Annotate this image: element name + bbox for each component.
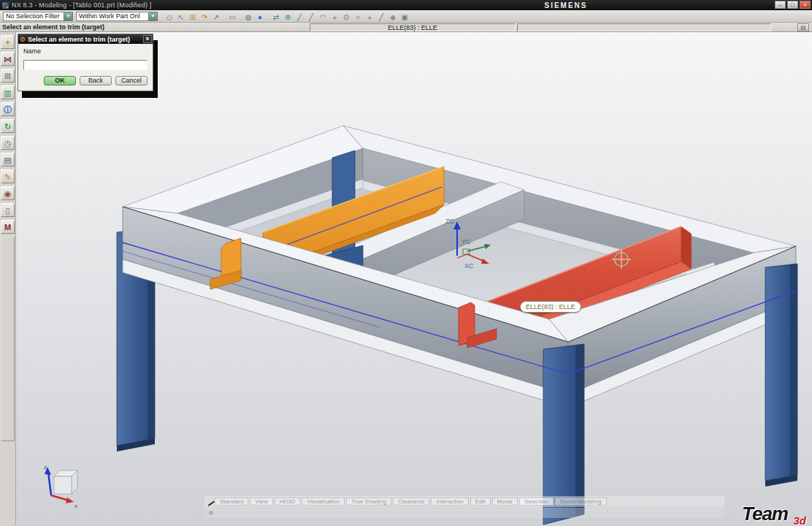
selection-filter-combo[interactable]: No Selection Filter ▼ <box>3 12 73 21</box>
orientation-triad[interactable]: z x <box>44 464 77 509</box>
scope-combo[interactable]: Within Work Part Onl ▼ <box>76 12 158 21</box>
triad-x-label: x <box>74 503 77 509</box>
model-canvas[interactable]: ZC YC XC z x <box>16 32 812 526</box>
note-page-icon[interactable]: ▯ <box>1 203 15 217</box>
cue-prompt: Select an element to trim (target) <box>2 23 104 31</box>
gear-icon: ⚙ <box>20 36 26 43</box>
arc-tool-icon[interactable]: ◠ <box>317 11 329 22</box>
team3d-watermark: Team 3d <box>742 503 808 526</box>
line2-tool-icon[interactable]: ╱ <box>305 11 317 22</box>
minimize-button[interactable]: – <box>775 1 786 9</box>
bottom-toolbar-overlay: Standard View HD3D Visualisation True Sh… <box>204 496 724 507</box>
bottom-segment-clearance[interactable]: Clearance <box>393 498 429 506</box>
chevron-down-icon[interactable]: ▼ <box>64 12 72 20</box>
siemens-logo: SIEMENS <box>504 1 628 9</box>
window-title: NX 8.3 - Modeling - [Tablo 001.prt (Modi… <box>12 1 151 9</box>
back-button[interactable]: Back <box>80 76 112 85</box>
bottom-segment-visualisation[interactable]: Visualisation <box>302 498 345 506</box>
line-tool-icon[interactable]: ╱ <box>294 11 305 22</box>
list-panel-icon[interactable]: ▤ <box>1 153 15 167</box>
trim-dialog[interactable]: ⚙ Select an element to trim (target) × N… <box>18 34 153 91</box>
selection-tooltip: ELLE(83) : ELLE <box>520 301 581 313</box>
sidebar-blank-panel <box>1 237 15 441</box>
bowtie-transition-icon[interactable]: ⋈ <box>1 52 15 66</box>
point-tool-icon[interactable]: ＋ <box>329 11 340 22</box>
dot-icon <box>209 511 213 515</box>
status-grid-icon[interactable]: ▤ <box>797 23 809 31</box>
triad-z-label: z <box>44 464 47 470</box>
leg-right-side <box>790 264 797 476</box>
nx-app-icon <box>2 2 9 9</box>
select-arrow-icon[interactable]: ↖ <box>175 11 187 22</box>
status-empty-field <box>517 23 771 31</box>
visibility-icon[interactable]: ◍ <box>242 11 254 22</box>
snap-point-icon[interactable]: ◇ <box>164 11 175 22</box>
blob-tool-icon[interactable]: ◆ <box>387 11 399 22</box>
bottom-segment-edit[interactable]: Edit <box>470 498 491 506</box>
status-selection-field: ELLE(83) : ELLE <box>310 23 516 31</box>
wcs-xc-label: XC <box>464 262 474 270</box>
slash-tool-icon[interactable]: ╱ <box>375 11 387 22</box>
circle-center-tool-icon[interactable]: ⊙ <box>340 11 352 22</box>
pencil-edit-icon[interactable]: ✎ <box>1 169 15 183</box>
library-books-icon[interactable]: ▥ <box>1 85 15 99</box>
dialog-grid-icon[interactable]: ⊞ <box>1 69 15 83</box>
dialog-title: Select an element to trim (target) <box>28 36 143 43</box>
info-sphere-icon[interactable]: ⓘ <box>1 102 15 116</box>
bottom-segment-selection[interactable]: Selection <box>519 498 554 506</box>
toolbar-icons: ◇ ↖ ⊞ ↷ ↗ ▭ ◍ ● ⇄ ⊕ ╱ ╱ ◠ ＋ ⊙ ○ ＋ ╱ ◆ ▣ <box>164 11 410 22</box>
bottom-segment-synch[interactable]: Synch Modeling <box>555 498 607 506</box>
history-clock-icon[interactable]: ◷ <box>1 136 15 150</box>
resource-sidebar: ✦ ⋈ ⊞ ▥ ⓘ ↻ ◷ ▤ ✎ ◉ ▯ M <box>0 32 16 526</box>
bottom-segment-interaction[interactable]: Interaction <box>431 498 468 506</box>
watermark-3d-text: 3d <box>793 514 806 526</box>
selection-filter-value: No Selection Filter <box>4 12 64 20</box>
bottom-segment-standard[interactable]: Standard <box>215 498 248 506</box>
name-label: Name <box>23 47 148 55</box>
profile-tool-icon[interactable]: ▣ <box>399 11 410 22</box>
reorient-icon[interactable]: ↷ <box>199 11 210 22</box>
bottom-segment-hd3d[interactable]: HD3D <box>275 498 301 506</box>
bottom-segment-movie[interactable]: Movie <box>492 498 518 506</box>
marquee-select-icon[interactable]: ▭ <box>226 11 238 22</box>
sync-refresh-icon[interactable]: ↻ <box>1 119 15 133</box>
close-button[interactable]: × <box>800 1 811 9</box>
bottom-segment-view[interactable]: View <box>250 498 272 506</box>
wcs-zc-label: ZC <box>445 218 454 225</box>
move-arrow-icon[interactable]: ↗ <box>210 11 222 22</box>
graphics-viewport[interactable]: ZC YC XC z x <box>16 32 812 526</box>
pen-glyph-icon <box>204 496 215 506</box>
zoom-view-icon[interactable]: ⊕ <box>282 11 294 22</box>
shaded-sphere-icon[interactable]: ● <box>254 11 266 22</box>
scope-value: Within Work Part Onl <box>77 12 148 20</box>
selection-hand-icon[interactable]: ✦ <box>1 35 15 49</box>
dialog-titlebar[interactable]: ⚙ Select an element to trim (target) × <box>18 34 153 44</box>
name-input[interactable] <box>23 60 148 70</box>
bottom-strip-overlay <box>204 508 724 518</box>
restore-button[interactable]: □ <box>787 1 798 9</box>
cancel-button[interactable]: Cancel <box>115 76 148 85</box>
ok-button[interactable]: OK <box>44 76 76 85</box>
watermark-team-text: Team <box>742 503 788 525</box>
plus-tool-icon[interactable]: ＋ <box>364 11 375 22</box>
people-roles-icon[interactable]: ◉ <box>1 186 15 200</box>
main-toolbar: No Selection Filter ▼ Within Work Part O… <box>0 10 812 23</box>
beam-red-endcap[interactable] <box>681 226 692 269</box>
triad-x-arrow <box>66 498 74 503</box>
materials-m-icon[interactable]: M <box>1 220 15 234</box>
bottom-segment-true-shading[interactable]: True Shading <box>346 498 391 506</box>
dialog-close-icon[interactable]: × <box>143 35 152 43</box>
triad-cube <box>54 476 72 494</box>
pan-view-icon[interactable]: ⇄ <box>270 11 282 22</box>
point-dialog-icon[interactable]: ⊞ <box>187 11 199 22</box>
wcs-yc-label: YC <box>461 238 471 245</box>
cue-status-bar: Select an element to trim (target) ELLE(… <box>0 23 812 32</box>
circle-tool-icon[interactable]: ○ <box>352 11 364 22</box>
window-titlebar[interactable]: NX 8.3 - Modeling - [Tablo 001.prt (Modi… <box>0 0 812 10</box>
chevron-down-icon[interactable]: ▼ <box>148 12 157 20</box>
